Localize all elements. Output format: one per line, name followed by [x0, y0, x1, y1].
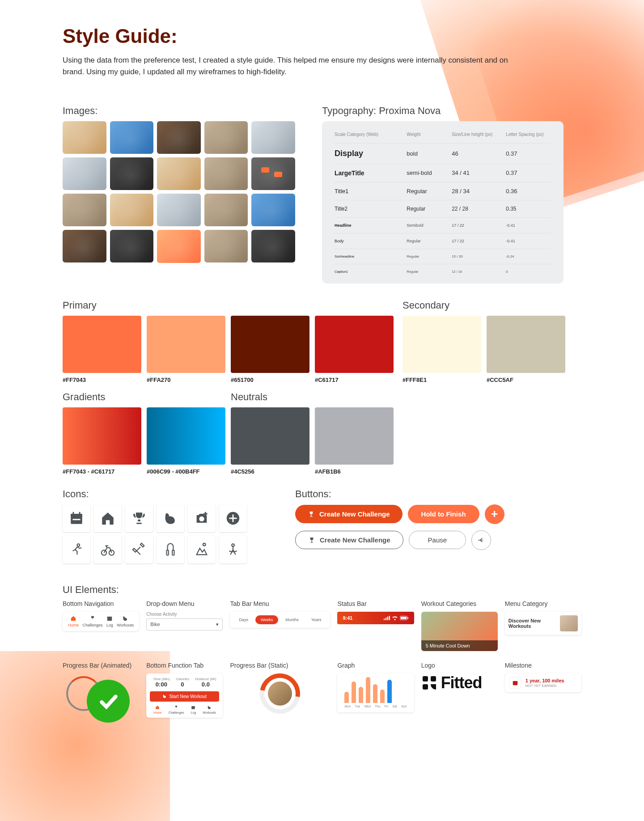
nav-label: Home: [68, 623, 79, 627]
color-code: #FFA270: [147, 377, 225, 383]
svg-rect-17: [384, 618, 385, 620]
color-code: #651700: [231, 377, 309, 383]
gradients-label: Gradients: [63, 391, 225, 403]
tab-days[interactable]: Days: [233, 615, 254, 624]
image-thumbnail: [63, 121, 106, 154]
nav-item-challenges[interactable]: Challenges: [168, 705, 184, 714]
color-code: #FFF8E1: [402, 377, 481, 383]
image-thumbnail: [110, 157, 154, 190]
table-cell: 0.37: [506, 169, 551, 176]
table-cell: Regular: [407, 239, 452, 243]
bike-icon: [94, 536, 122, 563]
table-cell: Regular: [407, 206, 452, 212]
table-cell: 28 / 34: [452, 188, 506, 195]
image-thumbnail: [204, 194, 248, 226]
milestone-sub: NOT YET EARNED: [525, 684, 557, 688]
svg-rect-18: [386, 618, 386, 620]
bottom-nav-preview: Home Challenges Log Workouts: [63, 612, 139, 631]
nav-item-workouts[interactable]: Workouts: [117, 615, 134, 627]
button-label: Pause: [428, 536, 447, 544]
table-cell: Regular: [407, 188, 452, 195]
nav-item-log[interactable]: Log: [106, 615, 113, 627]
nav-item-home[interactable]: Home: [68, 615, 79, 627]
dropdown-field[interactable]: Bike ▾: [146, 618, 223, 631]
nav-item-home[interactable]: Home: [153, 705, 162, 714]
create-challenge-button-primary[interactable]: Create New Challenge: [295, 505, 402, 523]
image-thumbnail: [157, 194, 201, 226]
graph-day-label: Mon: [344, 705, 351, 708]
svg-rect-27: [423, 684, 428, 690]
status-bar-preview: 9:41: [337, 612, 414, 624]
tab-weeks[interactable]: Weeks: [255, 615, 278, 624]
jumprope-icon: [157, 536, 184, 563]
svg-rect-16: [107, 617, 112, 621]
nav-item-log[interactable]: Log: [191, 705, 196, 714]
table-cell: Headline: [335, 223, 407, 228]
menu-category-card[interactable]: Discover New Workouts: [505, 612, 581, 635]
table-cell: 22 / 28: [452, 206, 506, 212]
hold-to-finish-button[interactable]: Hold to Finish: [408, 505, 479, 523]
workout-category-card[interactable]: 5 Minute Cool Down: [421, 612, 498, 651]
home-icon: [70, 615, 76, 622]
table-header: Scale Category (Web): [335, 132, 407, 137]
add-photo-icon: [188, 504, 216, 532]
calendar-icon: [509, 677, 521, 689]
logo-mark-icon: [421, 675, 437, 691]
table-cell: Title2: [335, 206, 407, 212]
table-cell: -0.24: [506, 254, 551, 258]
color-swatch: [231, 316, 309, 373]
nav-label: Log: [191, 711, 196, 714]
nav-label: Home: [153, 711, 162, 714]
ui-elements-section-label: UI Elements:: [63, 584, 581, 596]
chevron-down-icon: ▾: [216, 622, 219, 627]
bicep-icon: [122, 615, 128, 622]
color-swatch: [63, 316, 141, 373]
image-thumbnail: [251, 157, 295, 190]
nav-item-challenges[interactable]: Challenges: [82, 615, 102, 627]
bicep-icon: [157, 504, 184, 532]
trophy-icon: [89, 615, 96, 622]
calendar-icon: [63, 504, 90, 532]
svg-rect-4: [73, 519, 80, 520]
color-code: #4C5256: [231, 468, 309, 475]
gradient-swatch: [63, 407, 141, 465]
graph-bar: [380, 690, 385, 703]
start-workout-button[interactable]: Start New Workout: [150, 691, 219, 702]
color-swatch: [402, 316, 481, 373]
progress-animated-preview: [63, 673, 130, 723]
color-swatch: [315, 407, 394, 465]
page-title: Style Guide:: [63, 25, 581, 47]
color-code: #C61717: [315, 377, 394, 383]
graph-day-label: Thu: [375, 705, 380, 708]
menu-category-text: Discover New Workouts: [508, 618, 560, 629]
stat-label: Time (Min): [153, 677, 170, 681]
image-thumbnail: [110, 121, 154, 154]
add-button[interactable]: +: [485, 504, 504, 524]
milestone-title: 1 year, 100 miles: [525, 678, 564, 683]
status-time: 9:41: [343, 615, 352, 621]
image-thumbnail: [204, 121, 248, 154]
image-thumbnail: [251, 121, 295, 154]
table-cell: 17 / 22: [452, 223, 506, 228]
tab-years[interactable]: Years: [306, 615, 327, 624]
svg-point-10: [77, 544, 80, 546]
pause-button[interactable]: Pause: [409, 531, 466, 549]
logo: Fitted: [421, 673, 498, 692]
gradient-code: #FF7043 - #C61717: [63, 468, 141, 475]
workout-categories-label: Workout Categories: [421, 600, 498, 607]
table-cell: 15 / 20: [452, 254, 506, 258]
icons-grid: [63, 504, 259, 563]
color-swatch: [487, 316, 565, 373]
graph-bar: [373, 684, 377, 703]
image-thumbnail: [157, 121, 201, 154]
nav-item-workouts[interactable]: Workouts: [203, 705, 216, 714]
back-button[interactable]: [471, 530, 491, 550]
create-challenge-button-outline[interactable]: Create New Challenge: [295, 531, 403, 549]
icons-section-label: Icons:: [63, 488, 259, 500]
svg-rect-3: [79, 512, 80, 515]
nav-label: Challenges: [82, 623, 102, 627]
stat-value: 0.0: [202, 681, 210, 688]
images-section-label: Images:: [63, 105, 295, 117]
tab-months[interactable]: Months: [280, 615, 304, 624]
graph-bar: [359, 687, 363, 703]
